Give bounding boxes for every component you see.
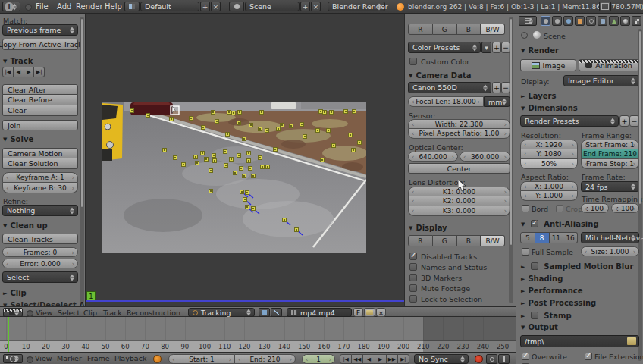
preset-menu-button[interactable]: ▾: [481, 42, 491, 53]
properties-scrollbar[interactable]: [638, 29, 642, 361]
clip-view[interactable]: 1: [86, 14, 404, 306]
optical-y-field[interactable]: 360.000: [460, 152, 510, 162]
display-bw-button[interactable]: B/W: [481, 235, 505, 246]
anti-aliasing-checkbox[interactable]: [531, 220, 538, 228]
track-panel-header[interactable]: Track: [3, 57, 33, 65]
add-layout-button[interactable]: +: [200, 2, 210, 11]
aspect-x-field[interactable]: X: 1.000: [520, 181, 578, 191]
start-frame-field[interactable]: Start: 1: [168, 354, 235, 364]
post-processing-panel-header[interactable]: Post Processing: [521, 299, 596, 307]
display-option-checkbox[interactable]: [409, 274, 417, 281]
render-presets-select[interactable]: Render Presets: [520, 115, 619, 127]
clear-solution-button[interactable]: Clear Solution: [2, 158, 78, 169]
screen-layout-icon[interactable]: [124, 2, 140, 11]
window-duplicate-icon[interactable]: [599, 2, 611, 11]
end-frame-field[interactable]: End: 210: [235, 354, 296, 364]
tools-scrollbar-thumb[interactable]: [80, 18, 83, 208]
display-panel-header[interactable]: Display: [409, 224, 447, 232]
tab-modifiers[interactable]: [598, 16, 607, 26]
display-g-button[interactable]: G: [433, 235, 457, 246]
scene-icon-button[interactable]: [229, 2, 244, 11]
display-option-checkbox[interactable]: [409, 263, 417, 271]
clip-menu-clip[interactable]: Clip: [83, 309, 97, 317]
tab-texture[interactable]: [632, 16, 641, 26]
k2-field[interactable]: K2: 0.000: [408, 196, 510, 206]
clip-menu-track[interactable]: Track: [103, 309, 122, 317]
timeline-playhead[interactable]: [8, 317, 9, 352]
tools-scrollbar[interactable]: [80, 17, 84, 303]
menu-render[interactable]: Render: [76, 2, 103, 11]
clip-display-toggle[interactable]: [259, 308, 270, 317]
timeline-area[interactable]: 0102030405060708090100110120130140150160…: [0, 317, 516, 352]
jump-to-end-button[interactable]: ▶|: [398, 354, 409, 364]
graph-display-toggle[interactable]: [271, 308, 282, 317]
start-frame-field[interactable]: Start Frame: 1: [581, 140, 639, 149]
keying-set-active-icon[interactable]: [498, 354, 510, 364]
stamp-panel-header[interactable]: Stamp: [521, 311, 572, 320]
focal-unit-select[interactable]: mm: [484, 96, 510, 107]
track-frame-backwards-button[interactable]: |◀: [2, 67, 14, 77]
output-path-field[interactable]: /tmp\: [520, 335, 639, 347]
add-render-preset-button[interactable]: +: [619, 115, 629, 127]
timeline-menu-marker[interactable]: Marker: [57, 354, 82, 362]
track-frame-forwards-button[interactable]: ▶|: [34, 67, 45, 77]
center-button[interactable]: Center: [408, 163, 510, 174]
copy-from-active-track-button[interactable]: Copy From Active Track: [2, 39, 78, 50]
solve-panel-header[interactable]: Solve: [3, 135, 33, 143]
clean-tracks-button[interactable]: Clean Tracks: [2, 234, 78, 244]
keyframe-a-field[interactable]: Keyframe A: 1: [2, 172, 78, 183]
open-clip-button[interactable]: [364, 308, 375, 317]
camera-motion-button[interactable]: Camera Motion: [2, 148, 78, 158]
play-reverse-button[interactable]: ◀: [363, 354, 375, 364]
clip-menu-select[interactable]: Select: [58, 309, 80, 317]
dimensions-panel-header[interactable]: Dimensions: [521, 104, 578, 112]
crop-checkbox[interactable]: [556, 205, 563, 212]
close-scene-button[interactable]: ×: [311, 2, 321, 11]
anti-aliasing-panel-header[interactable]: Anti-Aliasing: [521, 219, 599, 228]
clip-properties-scrollbar[interactable]: [509, 17, 513, 303]
overwrite-checkbox[interactable]: [522, 353, 529, 360]
cleanup-action-select[interactable]: Select: [2, 271, 78, 283]
render-panel-header[interactable]: Render: [521, 46, 559, 55]
join-button[interactable]: Join: [2, 120, 78, 130]
clip-frames-bar[interactable]: [86, 300, 404, 302]
keyframe-b-field[interactable]: Keyframe B: 30: [2, 183, 78, 193]
jump-to-start-button[interactable]: |◀: [340, 354, 352, 364]
k1-field[interactable]: K1: 0.000: [408, 187, 510, 196]
resolution-y-field[interactable]: Y: 1080: [520, 149, 578, 159]
remap-new-field[interactable]: : 100: [611, 203, 639, 213]
remap-old-field[interactable]: : 100: [581, 203, 609, 213]
channel-r-button[interactable]: R: [408, 24, 433, 35]
clip-mode-select[interactable]: Tracking: [188, 308, 255, 317]
timeline-menu-playback[interactable]: Playback: [114, 354, 146, 362]
pin-icon[interactable]: [521, 32, 528, 39]
aa-samples-5-button[interactable]: 5: [520, 232, 535, 243]
aa-samples-11-button[interactable]: 11: [550, 232, 564, 243]
track-forwards-button[interactable]: ▶: [24, 67, 35, 77]
header-collapse-dot[interactable]: [27, 356, 33, 363]
selected-tracking-marker[interactable]: [171, 106, 179, 115]
editor-type-properties-button[interactable]: [519, 16, 537, 26]
camera-preset-select[interactable]: Canon 550D: [408, 82, 491, 93]
tab-object-data[interactable]: [609, 16, 619, 26]
current-frame-field[interactable]: 1: [302, 354, 335, 364]
border-checkbox[interactable]: [522, 205, 529, 212]
frames-field[interactable]: Frames: 0: [2, 247, 78, 257]
aspect-y-field[interactable]: Y: 1.000: [520, 191, 578, 201]
performance-panel-header[interactable]: Performance: [521, 287, 583, 295]
header-collapse-dot[interactable]: [25, 4, 32, 11]
cleanup-panel-header[interactable]: Clean up: [3, 221, 48, 230]
jump-next-keyframe-button[interactable]: ▶▶: [387, 354, 398, 364]
display-b-button[interactable]: B: [457, 235, 481, 246]
tab-scene[interactable]: [552, 16, 562, 26]
display-option-checkbox[interactable]: [409, 284, 417, 292]
menu-add[interactable]: Add: [57, 2, 71, 11]
editor-type-clip-button[interactable]: [3, 308, 23, 317]
clip-menu-view[interactable]: View: [36, 309, 53, 317]
clear-before-button[interactable]: Clear Before: [2, 95, 78, 105]
clip-datablock-field[interactable]: mp4.mp4: [287, 308, 352, 317]
jump-prev-keyframe-button[interactable]: ◀◀: [352, 354, 363, 364]
scene-select[interactable]: Scene: [245, 2, 300, 11]
header-collapse-dot[interactable]: [27, 310, 33, 317]
error-field[interactable]: Error: 0.000: [2, 259, 78, 268]
